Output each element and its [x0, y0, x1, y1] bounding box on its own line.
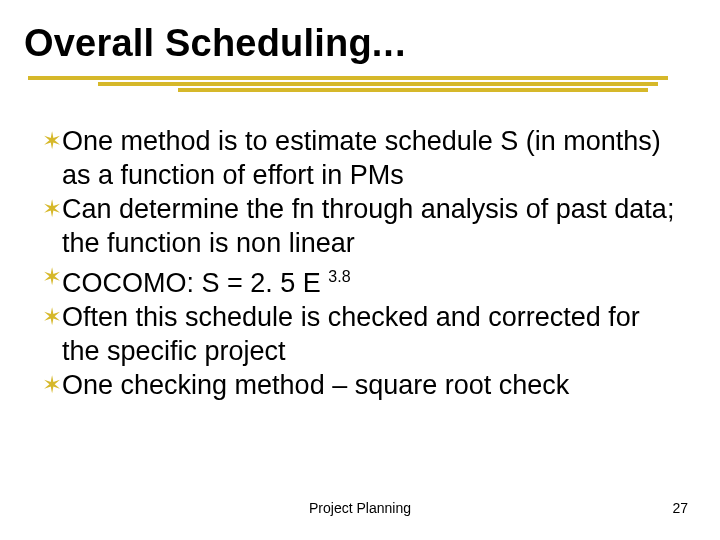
bullet-icon: ✶: [42, 300, 64, 334]
list-item: ✶ One checking method – square root chec…: [46, 368, 676, 402]
list-item: ✶ One method is to estimate schedule S (…: [46, 124, 676, 192]
list-item-text: One checking method – square root check: [62, 368, 569, 402]
list-item: ✶ Can determine the fn through analysis …: [46, 192, 676, 260]
bullet-icon: ✶: [42, 124, 64, 158]
slide-title-wrap: Overall Scheduling...: [24, 22, 696, 65]
list-item: ✶ Often this schedule is checked and cor…: [46, 300, 676, 368]
list-item: ✶ COCOMO: S = 2. 5 E 3.8: [46, 260, 676, 300]
list-item-text: COCOMO: S = 2. 5 E 3.8: [62, 260, 351, 300]
bullet-icon: ✶: [42, 260, 64, 294]
slide-title-ellipsis: ...: [372, 22, 407, 64]
list-item-text: Can determine the fn through analysis of…: [62, 192, 676, 260]
footer-title: Project Planning: [0, 500, 720, 516]
bullet-icon: ✶: [42, 192, 64, 226]
bullet-icon: ✶: [42, 368, 64, 402]
slide-title: Overall Scheduling: [24, 22, 372, 64]
cocomo-formula-text: COCOMO: S = 2. 5 E: [62, 268, 328, 298]
list-item-text: Often this schedule is checked and corre…: [62, 300, 676, 368]
bullet-list: ✶ One method is to estimate schedule S (…: [46, 124, 676, 402]
list-item-text: One method is to estimate schedule S (in…: [62, 124, 676, 192]
cocomo-exponent: 3.8: [328, 268, 350, 285]
title-underline-decoration: [28, 76, 668, 94]
page-number: 27: [672, 500, 688, 516]
